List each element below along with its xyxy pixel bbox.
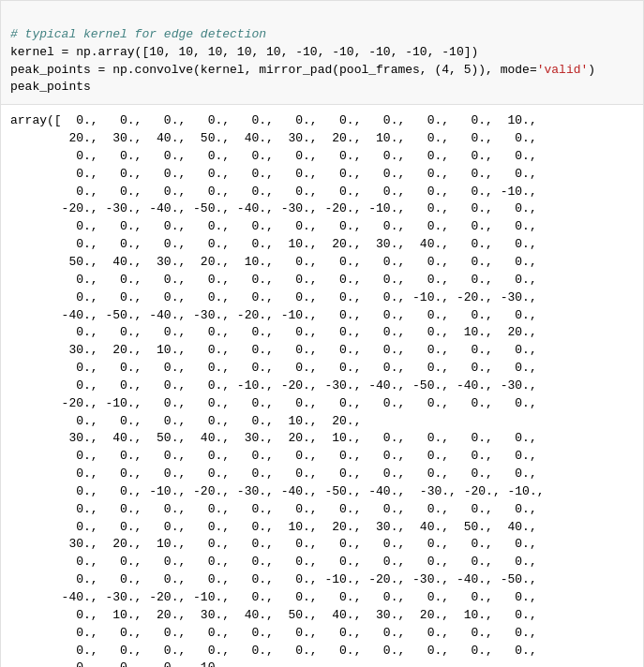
cell-output: array([ 0., 0., 0., 0., 0., 0., 0., 0., … <box>0 105 644 667</box>
code-line2: peak_points = np.convolve(kernel, mirror… <box>10 63 595 77</box>
comment-line: # typical kernel for edge detection <box>10 27 266 41</box>
code-line1: kernel = np.array([10, 10, 10, 10, 10, -… <box>10 45 478 59</box>
code-line3: peak_points <box>10 80 91 94</box>
notebook-cell: # typical kernel for edge detection kern… <box>0 0 644 667</box>
code-input[interactable]: # typical kernel for edge detection kern… <box>0 0 644 105</box>
